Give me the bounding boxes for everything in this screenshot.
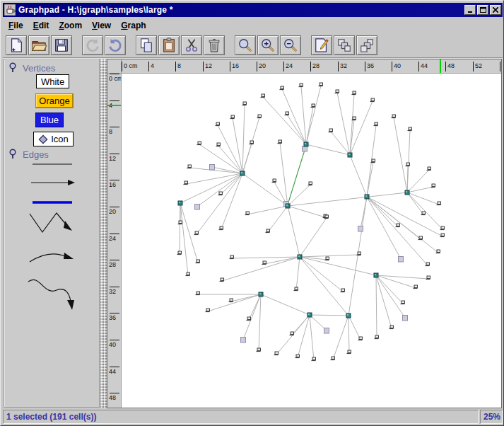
graph-edge[interactable] bbox=[242, 173, 288, 206]
graph-leaf-node[interactable] bbox=[295, 355, 300, 358]
graph-leaf-node[interactable] bbox=[194, 231, 199, 235]
graph-edge[interactable] bbox=[288, 185, 310, 206]
graph-edge[interactable] bbox=[242, 117, 259, 173]
graph-edge[interactable] bbox=[407, 166, 408, 192]
copy-button[interactable] bbox=[136, 35, 157, 55]
graph-leaf-node[interactable] bbox=[230, 255, 234, 259]
graph-square-node[interactable] bbox=[241, 338, 246, 343]
graph-edge[interactable] bbox=[268, 206, 288, 232]
graph-edge[interactable] bbox=[282, 89, 306, 144]
graph-leaf-node[interactable] bbox=[186, 272, 190, 276]
graph-edge[interactable] bbox=[189, 168, 242, 173]
graph-leaf-node[interactable] bbox=[280, 86, 284, 90]
graph-hub-node[interactable] bbox=[374, 273, 378, 277]
graph-leaf-node[interactable] bbox=[431, 184, 435, 188]
edge-style-plain-line[interactable] bbox=[25, 159, 86, 170]
graph-leaf-node[interactable] bbox=[406, 163, 410, 166]
graph-leaf-node[interactable] bbox=[347, 350, 351, 354]
minimize-button[interactable] bbox=[464, 5, 476, 15]
graph-square-node[interactable] bbox=[358, 226, 363, 232]
graph-edge[interactable] bbox=[259, 294, 261, 351]
graph-leaf-node[interactable] bbox=[196, 292, 200, 295]
graph-leaf-node[interactable] bbox=[261, 94, 265, 98]
graph-hub-node[interactable] bbox=[240, 171, 245, 175]
graph-edge[interactable] bbox=[296, 257, 300, 290]
graph-edge[interactable] bbox=[300, 257, 348, 316]
edge-style-blue-line[interactable] bbox=[25, 198, 86, 207]
graph-leaf-node[interactable] bbox=[312, 357, 316, 361]
menu-item-edit[interactable]: Edit bbox=[33, 21, 49, 30]
graph-leaf-node[interactable] bbox=[206, 309, 210, 312]
graph-leaf-node[interactable] bbox=[274, 352, 279, 355]
graph-edge[interactable] bbox=[348, 316, 361, 340]
sidebar-splitter[interactable] bbox=[100, 59, 107, 408]
maximize-button[interactable] bbox=[477, 5, 488, 15]
edge-style-arrow-line[interactable] bbox=[25, 177, 86, 188]
graph-square-node[interactable] bbox=[324, 328, 329, 334]
graph-leaf-node[interactable] bbox=[427, 167, 431, 171]
graph-hub-node[interactable] bbox=[304, 142, 308, 146]
save-button[interactable] bbox=[51, 35, 72, 55]
graph-edge[interactable] bbox=[233, 118, 242, 173]
graph-edge[interactable] bbox=[264, 257, 300, 264]
graph-hub-node[interactable] bbox=[405, 190, 409, 195]
graph-leaf-node[interactable] bbox=[229, 299, 233, 302]
graph-edge[interactable] bbox=[232, 257, 300, 258]
graph-hub-node[interactable] bbox=[346, 313, 351, 318]
graph-leaf-node[interactable] bbox=[197, 142, 201, 145]
graph-hub-node[interactable] bbox=[348, 153, 352, 157]
graph-edge[interactable] bbox=[333, 316, 348, 359]
graph-leaf-node[interactable] bbox=[335, 90, 339, 93]
graph-leaf-node[interactable] bbox=[375, 335, 379, 339]
close-button[interactable] bbox=[490, 5, 501, 15]
vertex-swatch-white[interactable]: White bbox=[36, 74, 69, 88]
graph-edge[interactable] bbox=[376, 275, 377, 338]
graph-edge[interactable] bbox=[222, 257, 300, 281]
delete-button[interactable] bbox=[204, 35, 225, 55]
graph-square-node[interactable] bbox=[399, 257, 404, 263]
graph-edge[interactable] bbox=[350, 155, 367, 197]
graph-edge[interactable] bbox=[300, 218, 327, 257]
graph-leaf-node[interactable] bbox=[308, 182, 312, 185]
graph-leaf-node[interactable] bbox=[230, 115, 235, 119]
graph-leaf-node[interactable] bbox=[219, 226, 223, 230]
graph-edge[interactable] bbox=[300, 255, 359, 257]
open-button[interactable] bbox=[28, 35, 49, 55]
edge-style-arc-arrow[interactable] bbox=[25, 245, 86, 269]
graph-edge[interactable] bbox=[287, 115, 306, 144]
graph-leaf-node[interactable] bbox=[329, 129, 333, 132]
graph-leaf-node[interactable] bbox=[245, 212, 250, 215]
graph-leaf-node[interactable] bbox=[389, 326, 394, 329]
graph-edge[interactable] bbox=[306, 107, 313, 144]
graph-leaf-node[interactable] bbox=[178, 221, 182, 224]
graph-leaf-node[interactable] bbox=[294, 287, 298, 291]
graph-edge[interactable] bbox=[394, 117, 407, 192]
graph-square-node[interactable] bbox=[303, 146, 307, 152]
graph-canvas[interactable] bbox=[122, 74, 501, 408]
menu-item-graph[interactable]: Graph bbox=[121, 21, 146, 30]
selected-edge[interactable] bbox=[288, 148, 305, 205]
to-back-button[interactable] bbox=[356, 35, 377, 55]
graph-leaf-node[interactable] bbox=[408, 127, 412, 131]
graph-edge[interactable] bbox=[407, 192, 443, 229]
graph-edge[interactable] bbox=[208, 294, 261, 311]
graph-leaf-node[interactable] bbox=[396, 224, 400, 227]
vertices-header[interactable]: Vertices bbox=[8, 62, 55, 74]
graph-edge[interactable] bbox=[261, 294, 310, 315]
edge-style-zigzag-arrow[interactable] bbox=[25, 209, 86, 242]
graph-leaf-node[interactable] bbox=[266, 229, 270, 233]
graph-leaf-node[interactable] bbox=[370, 98, 375, 102]
vertex-swatch-blue[interactable]: Blue bbox=[35, 113, 64, 127]
paste-button[interactable] bbox=[158, 35, 180, 55]
graph-leaf-node[interactable] bbox=[216, 143, 221, 146]
title-bar[interactable]: Graphpad - H:\jgraph\samples\large * bbox=[3, 3, 503, 17]
graph-edge[interactable] bbox=[331, 132, 350, 155]
graph-leaf-node[interactable] bbox=[247, 317, 251, 321]
graph-leaf-node[interactable] bbox=[278, 140, 282, 144]
graph-edge[interactable] bbox=[367, 197, 438, 253]
graph-hub-node[interactable] bbox=[298, 255, 302, 259]
zoom-out-button[interactable] bbox=[280, 35, 301, 55]
graph-edge[interactable] bbox=[243, 294, 261, 340]
graph-leaf-node[interactable] bbox=[257, 348, 261, 352]
graph-edge[interactable] bbox=[407, 170, 429, 192]
